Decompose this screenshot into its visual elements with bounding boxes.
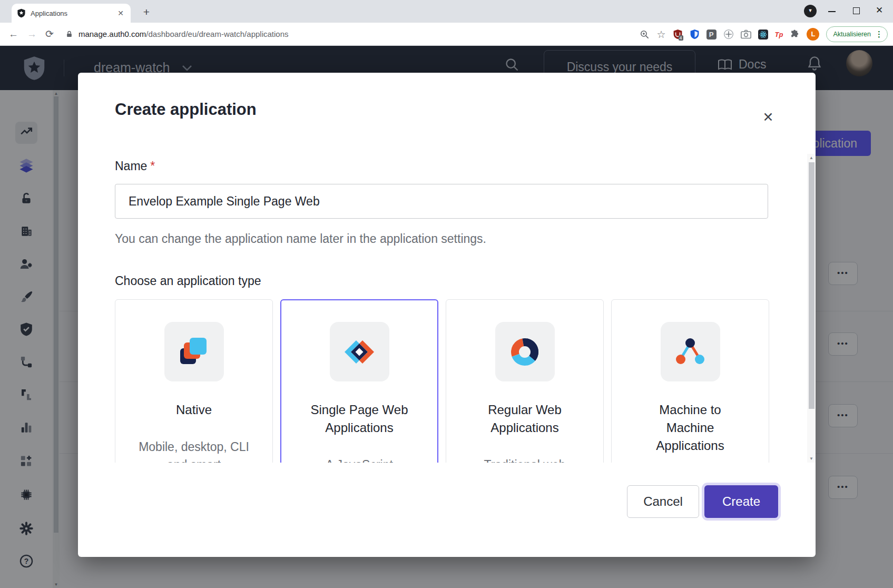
update-button-label: Aktualisieren [833, 31, 871, 38]
tampermonkey-extension-icon[interactable]: Tp [775, 31, 783, 38]
card-title: Regular Web Applications [446, 401, 603, 437]
browser-update-icon[interactable]: ▼ [804, 5, 817, 17]
card-description: Traditional web [446, 456, 603, 463]
create-application-modal: Create application ✕ Name* You can chang… [78, 73, 816, 557]
window-close-button[interactable]: ✕ [876, 5, 883, 16]
url-text[interactable]: manage.auth0.com/dashboard/eu/dream-watc… [78, 30, 289, 38]
card-title: Machine to Machine Applications [612, 401, 769, 455]
modal-title: Create application [115, 100, 257, 119]
scrollbar-down-icon[interactable]: ▼ [807, 456, 816, 461]
p-extension-icon[interactable]: P [706, 30, 717, 40]
reload-button[interactable]: ⟳ [45, 28, 54, 40]
required-marker: * [150, 159, 155, 173]
card-machine-to-machine[interactable]: Machine to Machine Applications [611, 299, 769, 463]
modal-scrollbar[interactable]: ▲ ▼ [807, 154, 816, 463]
card-title: Native [115, 401, 272, 419]
name-label: Name* [115, 159, 155, 173]
ublock-badge: 4 [679, 35, 683, 41]
bitwarden-extension-icon[interactable] [690, 29, 700, 40]
browser-menu-kebab-icon[interactable]: ⋮ [875, 30, 883, 39]
extensions-puzzle-icon[interactable] [790, 30, 800, 40]
card-single-page-web[interactable]: Single Page Web Applications A JavaScrip… [280, 299, 438, 463]
card-description: Mobile, desktop, CLI and smart [115, 438, 272, 463]
tab-title: Applications [31, 9, 116, 17]
modal-close-icon[interactable]: ✕ [759, 107, 778, 126]
url-path: /dashboard/eu/dream-watch/applications [146, 30, 288, 38]
url-domain: manage.auth0.com [78, 30, 146, 38]
browser-window: Applications ✕ + ▼ ✕ ← → ⟳ manage.auth0.… [0, 0, 893, 588]
tab-close-icon[interactable]: ✕ [116, 9, 125, 17]
card-regular-web[interactable]: Regular Web Applications Traditional web [446, 299, 604, 463]
cancel-button[interactable]: Cancel [627, 485, 699, 518]
move-tool-extension-icon[interactable] [723, 29, 734, 40]
back-button[interactable]: ← [8, 28, 18, 40]
new-tab-button[interactable]: + [139, 5, 154, 20]
m2m-icon [661, 322, 720, 381]
lock-icon [65, 30, 73, 38]
spa-icon [330, 322, 389, 381]
native-icon [164, 322, 224, 381]
modal-scrollbar-thumb[interactable] [809, 162, 815, 409]
address-bar: ← → ⟳ manage.auth0.com/dashboard/eu/drea… [0, 23, 893, 46]
zoom-icon[interactable] [640, 30, 650, 40]
application-name-input[interactable] [115, 184, 768, 219]
create-button[interactable]: Create [704, 485, 778, 518]
browser-tab-bar: Applications ✕ + ▼ ✕ [0, 0, 893, 23]
react-devtools-extension-icon[interactable] [758, 30, 768, 40]
browser-tab-applications[interactable]: Applications ✕ [12, 4, 131, 23]
name-helper-text: You can change the application name late… [115, 232, 486, 246]
application-type-cards: Native Mobile, desktop, CLI and smart [115, 299, 769, 463]
regular-web-icon [495, 322, 555, 381]
application-type-label: Choose an application type [115, 274, 261, 288]
auth0-favicon [17, 8, 26, 18]
card-title: Single Page Web Applications [281, 401, 437, 437]
window-maximize-button[interactable] [853, 7, 860, 14]
scrollbar-up-icon[interactable]: ▲ [807, 155, 816, 160]
modal-body: Name* You can change the application nam… [78, 154, 807, 463]
card-description: A JavaScript [281, 456, 437, 463]
window-minimize-button[interactable] [828, 11, 836, 12]
browser-profile-avatar[interactable]: L [807, 28, 819, 41]
browser-update-button[interactable]: Aktualisieren ⋮ [826, 26, 888, 42]
ublock-extension-icon[interactable]: 4 [673, 29, 683, 40]
bookmark-star-icon[interactable]: ☆ [656, 28, 665, 41]
forward-button[interactable]: → [27, 28, 37, 40]
screenshot-camera-extension-icon[interactable] [741, 30, 751, 39]
card-native[interactable]: Native Mobile, desktop, CLI and smart [115, 299, 273, 463]
